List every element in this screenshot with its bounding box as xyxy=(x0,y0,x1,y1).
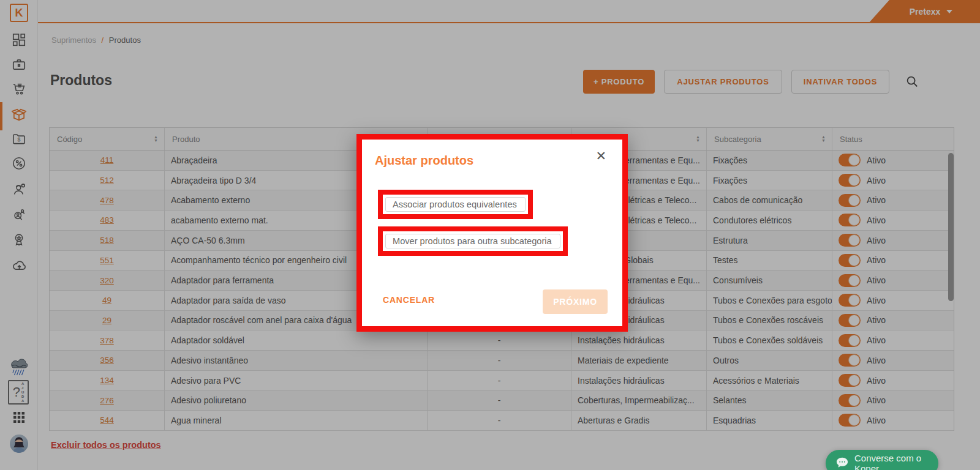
adjust-products-modal: Ajustar produtos ✕ Associar produtos equ… xyxy=(356,134,628,332)
chat-widget-label: Converse com o Koper xyxy=(854,453,938,470)
chat-widget-button[interactable]: Converse com o Koper xyxy=(826,450,938,470)
products-page: { "topbar": { "tenant_name": "Pretexx" }… xyxy=(0,0,980,470)
cancel-button[interactable]: CANCELAR xyxy=(383,295,435,305)
option-move-subcategory[interactable]: Mover produtos para outra subcategoria xyxy=(385,234,560,248)
annotation-box: Associar produtos equivalentes xyxy=(378,190,533,219)
chat-bubble-icon xyxy=(835,457,849,470)
next-button[interactable]: PRÓXIMO xyxy=(543,289,608,314)
annotation-box: Mover produtos para outra subcategoria xyxy=(378,226,568,256)
close-icon[interactable]: ✕ xyxy=(595,149,606,162)
option-associate-equivalents[interactable]: Associar produtos equivalentes xyxy=(385,197,526,212)
modal-title: Ajustar produtos xyxy=(375,154,473,168)
